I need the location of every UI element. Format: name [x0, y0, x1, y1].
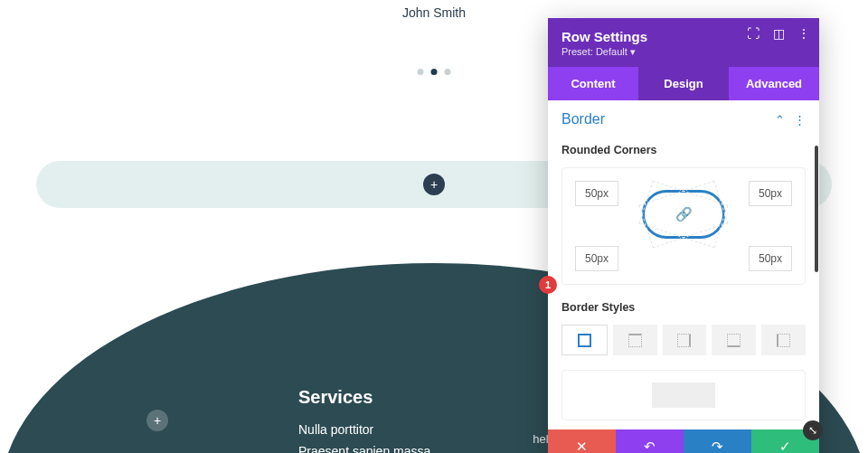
- border-styles-row: [561, 325, 806, 355]
- border-style-right[interactable]: [663, 325, 707, 355]
- border-style-bottom[interactable]: [712, 325, 756, 355]
- add-section-button[interactable]: +: [146, 410, 168, 431]
- scrollbar[interactable]: [815, 146, 818, 272]
- settings-tabs: Content Design Advanced: [548, 67, 819, 100]
- corner-bottom-left-input[interactable]: [575, 246, 618, 271]
- list-item: Praesent sapien massa: [298, 440, 430, 453]
- undo-button[interactable]: ↶: [616, 429, 684, 453]
- rounded-corners-control: 🔗: [561, 167, 806, 285]
- dot-3[interactable]: [445, 69, 451, 75]
- preset-selector[interactable]: Preset: Default ▾: [561, 46, 806, 58]
- link-corners-icon[interactable]: 🔗: [675, 206, 693, 222]
- corner-bottom-right-input[interactable]: [749, 246, 792, 271]
- services-heading: Services: [298, 387, 430, 408]
- author-name: John Smith: [402, 5, 466, 20]
- corner-top-right-input[interactable]: [749, 181, 792, 206]
- slider-dots: [418, 69, 451, 75]
- add-module-button[interactable]: +: [423, 174, 445, 195]
- redo-button[interactable]: ↷: [684, 429, 751, 453]
- border-width-control[interactable]: [561, 370, 806, 420]
- services-block: Services Nulla porttitor Praesent sapien…: [298, 387, 430, 453]
- border-styles-label: Border Styles: [561, 301, 806, 314]
- section-header-border[interactable]: Border ⌃ ⋮: [561, 100, 806, 138]
- dot-1[interactable]: [418, 69, 424, 75]
- panel-footer: ✕ ↶ ↷ ✓: [548, 429, 819, 453]
- panel-header[interactable]: Row Settings Preset: Default ▾ ⛶ ◫ ⋮: [548, 18, 819, 67]
- section-title: Border: [561, 111, 605, 127]
- collapse-icon[interactable]: ⌃: [775, 113, 785, 127]
- border-style-top[interactable]: [613, 325, 657, 355]
- close-button[interactable]: ✕: [548, 429, 616, 453]
- panel-body: 1 Border ⌃ ⋮ Rounded Corners 🔗 Border St…: [548, 100, 819, 429]
- menu-icon[interactable]: ⋮: [797, 27, 810, 40]
- step-badge: 1: [539, 276, 557, 294]
- section-menu-icon[interactable]: ⋮: [794, 113, 806, 127]
- tab-advanced[interactable]: Advanced: [729, 67, 819, 100]
- list-item: Nulla porttitor: [298, 419, 430, 440]
- expand-icon[interactable]: ⛶: [747, 27, 760, 40]
- border-style-left[interactable]: [761, 325, 806, 355]
- settings-panel: Row Settings Preset: Default ▾ ⛶ ◫ ⋮ Con…: [548, 18, 819, 453]
- resize-handle-icon[interactable]: ⤡: [803, 420, 823, 440]
- border-style-all[interactable]: [561, 325, 608, 355]
- tab-content[interactable]: Content: [548, 67, 638, 100]
- rounded-corners-label: Rounded Corners: [561, 144, 806, 156]
- corner-preview: 🔗: [642, 190, 725, 239]
- tab-design[interactable]: Design: [638, 67, 729, 100]
- layout-icon[interactable]: ◫: [772, 27, 785, 40]
- corner-top-left-input[interactable]: [575, 181, 618, 206]
- dot-2[interactable]: [431, 69, 438, 75]
